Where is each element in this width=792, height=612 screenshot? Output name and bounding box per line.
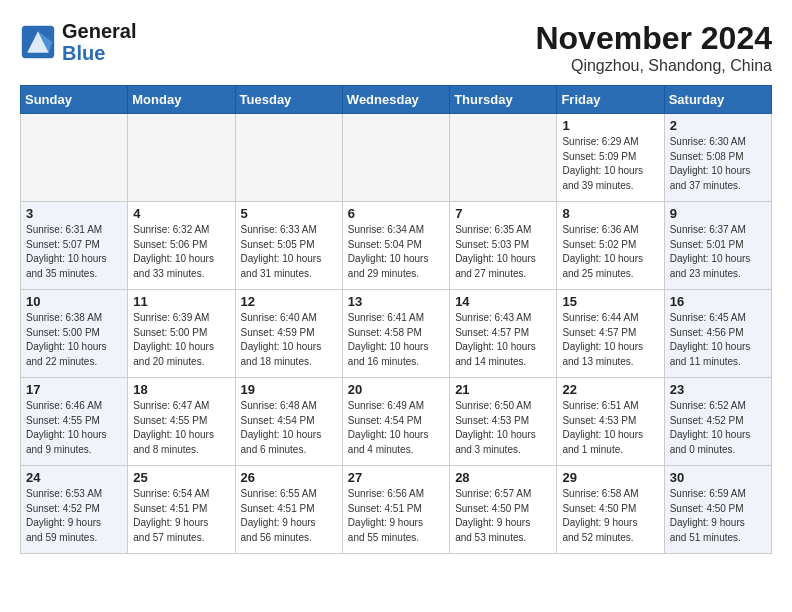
weekday-header-saturday: Saturday xyxy=(664,86,771,114)
day-info: Sunrise: 6:49 AM Sunset: 4:54 PM Dayligh… xyxy=(348,399,444,457)
day-info: Sunrise: 6:50 AM Sunset: 4:53 PM Dayligh… xyxy=(455,399,551,457)
day-info: Sunrise: 6:31 AM Sunset: 5:07 PM Dayligh… xyxy=(26,223,122,281)
logo-line2: Blue xyxy=(62,42,136,64)
weekday-header-monday: Monday xyxy=(128,86,235,114)
day-number: 15 xyxy=(562,294,658,309)
day-number: 1 xyxy=(562,118,658,133)
calendar-day: 26Sunrise: 6:55 AM Sunset: 4:51 PM Dayli… xyxy=(235,466,342,554)
calendar-week-2: 3Sunrise: 6:31 AM Sunset: 5:07 PM Daylig… xyxy=(21,202,772,290)
day-info: Sunrise: 6:43 AM Sunset: 4:57 PM Dayligh… xyxy=(455,311,551,369)
day-info: Sunrise: 6:53 AM Sunset: 4:52 PM Dayligh… xyxy=(26,487,122,545)
weekday-header-friday: Friday xyxy=(557,86,664,114)
day-info: Sunrise: 6:59 AM Sunset: 4:50 PM Dayligh… xyxy=(670,487,766,545)
day-info: Sunrise: 6:54 AM Sunset: 4:51 PM Dayligh… xyxy=(133,487,229,545)
calendar-day xyxy=(450,114,557,202)
day-number: 22 xyxy=(562,382,658,397)
day-info: Sunrise: 6:40 AM Sunset: 4:59 PM Dayligh… xyxy=(241,311,337,369)
day-info: Sunrise: 6:55 AM Sunset: 4:51 PM Dayligh… xyxy=(241,487,337,545)
day-number: 5 xyxy=(241,206,337,221)
day-number: 11 xyxy=(133,294,229,309)
calendar-day: 21Sunrise: 6:50 AM Sunset: 4:53 PM Dayli… xyxy=(450,378,557,466)
day-info: Sunrise: 6:37 AM Sunset: 5:01 PM Dayligh… xyxy=(670,223,766,281)
day-number: 6 xyxy=(348,206,444,221)
day-number: 30 xyxy=(670,470,766,485)
calendar-day: 29Sunrise: 6:58 AM Sunset: 4:50 PM Dayli… xyxy=(557,466,664,554)
weekday-header-sunday: Sunday xyxy=(21,86,128,114)
calendar-day: 5Sunrise: 6:33 AM Sunset: 5:05 PM Daylig… xyxy=(235,202,342,290)
calendar-day: 9Sunrise: 6:37 AM Sunset: 5:01 PM Daylig… xyxy=(664,202,771,290)
calendar-day: 12Sunrise: 6:40 AM Sunset: 4:59 PM Dayli… xyxy=(235,290,342,378)
calendar-day: 2Sunrise: 6:30 AM Sunset: 5:08 PM Daylig… xyxy=(664,114,771,202)
day-number: 8 xyxy=(562,206,658,221)
calendar-day xyxy=(342,114,449,202)
day-info: Sunrise: 6:44 AM Sunset: 4:57 PM Dayligh… xyxy=(562,311,658,369)
header: General Blue November 2024 Qingzhou, Sha… xyxy=(20,20,772,75)
calendar-day: 11Sunrise: 6:39 AM Sunset: 5:00 PM Dayli… xyxy=(128,290,235,378)
day-number: 3 xyxy=(26,206,122,221)
calendar-day xyxy=(128,114,235,202)
day-info: Sunrise: 6:46 AM Sunset: 4:55 PM Dayligh… xyxy=(26,399,122,457)
calendar-day: 28Sunrise: 6:57 AM Sunset: 4:50 PM Dayli… xyxy=(450,466,557,554)
calendar-day: 25Sunrise: 6:54 AM Sunset: 4:51 PM Dayli… xyxy=(128,466,235,554)
calendar-day: 14Sunrise: 6:43 AM Sunset: 4:57 PM Dayli… xyxy=(450,290,557,378)
day-number: 7 xyxy=(455,206,551,221)
calendar-day: 1Sunrise: 6:29 AM Sunset: 5:09 PM Daylig… xyxy=(557,114,664,202)
day-number: 16 xyxy=(670,294,766,309)
calendar-day: 15Sunrise: 6:44 AM Sunset: 4:57 PM Dayli… xyxy=(557,290,664,378)
day-info: Sunrise: 6:56 AM Sunset: 4:51 PM Dayligh… xyxy=(348,487,444,545)
calendar-day: 24Sunrise: 6:53 AM Sunset: 4:52 PM Dayli… xyxy=(21,466,128,554)
calendar-day: 4Sunrise: 6:32 AM Sunset: 5:06 PM Daylig… xyxy=(128,202,235,290)
day-number: 18 xyxy=(133,382,229,397)
logo-icon xyxy=(20,24,56,60)
logo: General Blue xyxy=(20,20,136,64)
day-info: Sunrise: 6:30 AM Sunset: 5:08 PM Dayligh… xyxy=(670,135,766,193)
calendar-day xyxy=(235,114,342,202)
calendar-week-4: 17Sunrise: 6:46 AM Sunset: 4:55 PM Dayli… xyxy=(21,378,772,466)
day-number: 29 xyxy=(562,470,658,485)
title-area: November 2024 Qingzhou, Shandong, China xyxy=(535,20,772,75)
calendar-day: 23Sunrise: 6:52 AM Sunset: 4:52 PM Dayli… xyxy=(664,378,771,466)
day-info: Sunrise: 6:33 AM Sunset: 5:05 PM Dayligh… xyxy=(241,223,337,281)
day-info: Sunrise: 6:57 AM Sunset: 4:50 PM Dayligh… xyxy=(455,487,551,545)
day-number: 4 xyxy=(133,206,229,221)
day-number: 12 xyxy=(241,294,337,309)
calendar-day: 30Sunrise: 6:59 AM Sunset: 4:50 PM Dayli… xyxy=(664,466,771,554)
day-number: 14 xyxy=(455,294,551,309)
day-number: 20 xyxy=(348,382,444,397)
day-info: Sunrise: 6:39 AM Sunset: 5:00 PM Dayligh… xyxy=(133,311,229,369)
day-info: Sunrise: 6:38 AM Sunset: 5:00 PM Dayligh… xyxy=(26,311,122,369)
calendar-day: 6Sunrise: 6:34 AM Sunset: 5:04 PM Daylig… xyxy=(342,202,449,290)
day-info: Sunrise: 6:29 AM Sunset: 5:09 PM Dayligh… xyxy=(562,135,658,193)
day-info: Sunrise: 6:34 AM Sunset: 5:04 PM Dayligh… xyxy=(348,223,444,281)
day-info: Sunrise: 6:41 AM Sunset: 4:58 PM Dayligh… xyxy=(348,311,444,369)
weekday-header-tuesday: Tuesday xyxy=(235,86,342,114)
calendar-day: 13Sunrise: 6:41 AM Sunset: 4:58 PM Dayli… xyxy=(342,290,449,378)
calendar-week-5: 24Sunrise: 6:53 AM Sunset: 4:52 PM Dayli… xyxy=(21,466,772,554)
day-number: 23 xyxy=(670,382,766,397)
day-info: Sunrise: 6:35 AM Sunset: 5:03 PM Dayligh… xyxy=(455,223,551,281)
day-number: 21 xyxy=(455,382,551,397)
day-info: Sunrise: 6:47 AM Sunset: 4:55 PM Dayligh… xyxy=(133,399,229,457)
calendar-day: 17Sunrise: 6:46 AM Sunset: 4:55 PM Dayli… xyxy=(21,378,128,466)
day-number: 28 xyxy=(455,470,551,485)
calendar-day: 22Sunrise: 6:51 AM Sunset: 4:53 PM Dayli… xyxy=(557,378,664,466)
day-number: 26 xyxy=(241,470,337,485)
day-info: Sunrise: 6:45 AM Sunset: 4:56 PM Dayligh… xyxy=(670,311,766,369)
day-info: Sunrise: 6:48 AM Sunset: 4:54 PM Dayligh… xyxy=(241,399,337,457)
day-info: Sunrise: 6:32 AM Sunset: 5:06 PM Dayligh… xyxy=(133,223,229,281)
day-number: 25 xyxy=(133,470,229,485)
weekday-header-thursday: Thursday xyxy=(450,86,557,114)
day-number: 9 xyxy=(670,206,766,221)
day-number: 27 xyxy=(348,470,444,485)
day-info: Sunrise: 6:36 AM Sunset: 5:02 PM Dayligh… xyxy=(562,223,658,281)
calendar-day: 18Sunrise: 6:47 AM Sunset: 4:55 PM Dayli… xyxy=(128,378,235,466)
day-number: 10 xyxy=(26,294,122,309)
weekday-header-wednesday: Wednesday xyxy=(342,86,449,114)
calendar-day: 16Sunrise: 6:45 AM Sunset: 4:56 PM Dayli… xyxy=(664,290,771,378)
calendar-day: 3Sunrise: 6:31 AM Sunset: 5:07 PM Daylig… xyxy=(21,202,128,290)
day-info: Sunrise: 6:51 AM Sunset: 4:53 PM Dayligh… xyxy=(562,399,658,457)
calendar-day: 19Sunrise: 6:48 AM Sunset: 4:54 PM Dayli… xyxy=(235,378,342,466)
month-title: November 2024 xyxy=(535,20,772,57)
day-number: 2 xyxy=(670,118,766,133)
calendar-table: SundayMondayTuesdayWednesdayThursdayFrid… xyxy=(20,85,772,554)
